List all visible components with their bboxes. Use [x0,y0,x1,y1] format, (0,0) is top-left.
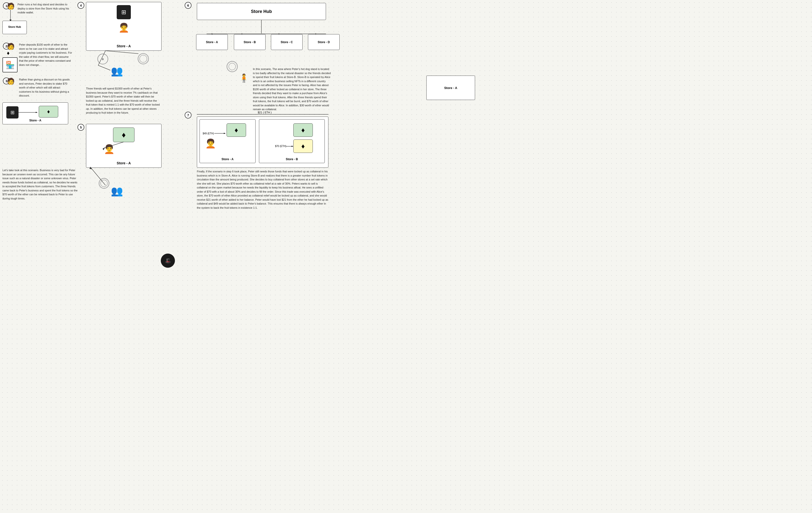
coin-icon-6 [227,61,238,72]
person-figure-4: 🧑‍🦱 [118,23,129,33]
svg-line-6 [98,65,110,70]
text-block-3: Rather than giving a discount on his goo… [19,78,72,98]
people-icon-4: 👥 [111,65,123,77]
svg-line-5 [106,51,138,54]
person-icon-3: 🧑 [7,78,14,85]
arrow-49 [214,133,227,134]
store-icon-dark-3: ⊞ [6,106,19,118]
store-d-6: Store - D [308,34,340,50]
svg-marker-20 [224,133,226,134]
store-b-6: Store - B [234,34,265,50]
text-block-6: In this scenario, The area where Peter's… [253,67,331,111]
person-7a: 🧑‍🦱 [205,138,216,149]
svg-marker-3 [35,112,37,113]
badge-7: 7 [185,112,192,118]
store-a-label-5: Store - A [86,161,161,165]
coin-icon-4b [138,53,149,64]
store-building-icon: 🏪 [2,57,18,73]
eth-green-box-3: ♦ [39,106,58,117]
arrow-1-down [10,10,11,22]
arrow-store-3 [19,112,38,113]
store-a-inner-7: ♦ $49 (ETH) 🧑‍🦱 Store - A [200,119,256,163]
store-a-box-4: ⊞ 🧑‍🦱 Store - A [86,2,162,51]
coin-icon-5a [99,178,109,189]
store-hub-box-1: Store Hub [2,21,27,34]
person-icon-1: 🧑 [7,2,14,10]
eth-green-7b: ♦ [293,124,313,137]
text-block-1: Peter runs a hot dog stand and decides t… [18,2,71,15]
bottom-logo: 🎩 [161,253,175,268]
person-icon-6-main: 🧍 [239,73,249,83]
main-page: 1 🧑 Peter runs a hot dog stand and decid… [0,0,812,513]
person-icon-2: 🧑 [7,43,14,50]
store-icon-4: ⊞ [117,5,131,19]
badge-4: 4 [78,2,84,9]
badge-5: 5 [78,124,84,131]
text-block-2: Peter deposits $100 worth of ether to th… [19,43,72,67]
text-block-5: Let's take look at this scenario. Busine… [2,168,78,200]
store-c-6: Store - C [271,34,302,50]
store-a-inner-6: Store - A [426,76,475,100]
people-icon-5: 👥 [111,185,123,197]
store-a-box-3: ⊞ ♦ Store - A [2,102,68,124]
store-a-label-7: Store - A [200,158,255,161]
line-hub-down-6 [261,20,262,35]
badge-6: 6 [185,2,192,9]
store-b-inner-7: ♦ ♦ $70 (ETH) Store - B [259,119,325,163]
store-a-box-5: ♦ 🧑‍🦱 Store - A [86,124,162,168]
eth-yellow-7: ♦ [293,139,313,153]
eth-label-70: $70 (ETH) [275,145,286,147]
store-a-label-4: Store - A [86,44,161,48]
eth-green-7a: ♦ [227,124,246,137]
coin-icon-4a: ♦ [97,54,108,64]
svg-marker-22 [291,146,293,147]
line-top-7 [197,114,328,115]
eth-icon-2: ♦ [7,50,9,56]
arrow-70 [286,146,294,147]
store-a-6: Store - A [196,34,228,50]
eth-green-5: ♦ [113,128,135,142]
eth-label-49: $49 (ETH) [203,132,214,135]
text-block-7: Finally, If the scenario in step 6 took … [197,169,328,210]
outer-box-7: ♦ $49 (ETH) 🧑‍🦱 Store - A ♦ ♦ $70 [197,116,328,168]
eth-top-label-7: $21 ( ETH ) [258,111,272,114]
text-block-4: Three friends will spend $1000 worth of … [86,86,162,115]
store-b-label-7: Store - B [259,158,324,161]
store-hub-box-6: Store Hub [197,3,326,20]
store-a-label-3: Store - A [3,119,68,122]
person-figure-5: 🧑‍🦱 [104,144,115,154]
